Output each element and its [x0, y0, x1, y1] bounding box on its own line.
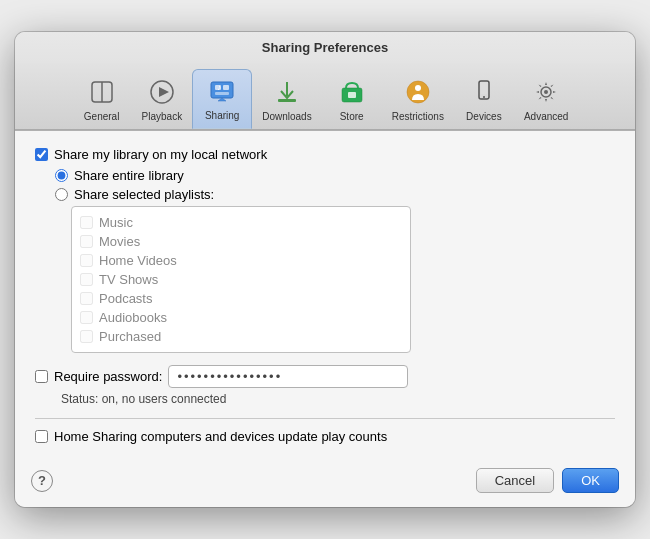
playlist-purchased-label: Purchased: [99, 329, 161, 344]
share-selected-row: Share selected playlists:: [55, 187, 615, 202]
home-sharing-checkbox[interactable]: [35, 430, 48, 443]
svg-rect-7: [215, 92, 229, 95]
password-row: Require password:: [35, 365, 615, 388]
home-sharing-row: Home Sharing computers and devices updat…: [35, 429, 615, 444]
playlist-homevideos-label: Home Videos: [99, 253, 177, 268]
svg-marker-3: [159, 87, 169, 97]
help-button[interactable]: ?: [31, 470, 53, 492]
toolbar-item-store[interactable]: Store: [322, 71, 382, 129]
toolbar-item-devices[interactable]: Devices: [454, 71, 514, 129]
button-group: Cancel OK: [476, 468, 619, 493]
playlist-audiobooks-checkbox[interactable]: [80, 311, 93, 324]
toolbar-label-restrictions: Restrictions: [392, 111, 444, 122]
toolbar-item-restrictions[interactable]: Restrictions: [382, 71, 454, 129]
svg-point-17: [483, 96, 485, 98]
divider: [35, 418, 615, 419]
playlist-podcasts-checkbox[interactable]: [80, 292, 93, 305]
svg-rect-4: [211, 82, 233, 98]
playlist-tvshows-label: TV Shows: [99, 272, 158, 287]
share-entire-radio[interactable]: [55, 169, 68, 182]
svg-rect-6: [223, 85, 229, 90]
toolbar-label-downloads: Downloads: [262, 111, 311, 122]
store-icon: [336, 76, 368, 108]
toolbar-label-store: Store: [340, 111, 364, 122]
toolbar-item-downloads[interactable]: Downloads: [252, 71, 321, 129]
toolbar-label-sharing: Sharing: [205, 110, 239, 121]
home-sharing-label: Home Sharing computers and devices updat…: [54, 429, 387, 444]
sharing-icon: ♪: [206, 75, 238, 107]
devices-icon: [468, 76, 500, 108]
share-library-row: Share my library on my local network: [35, 147, 615, 162]
playlist-audiobooks-label: Audiobooks: [99, 310, 167, 325]
toolbar: General Playback: [15, 63, 635, 130]
footer: ? Cancel OK: [15, 458, 635, 507]
playlist-music-label: Music: [99, 215, 133, 230]
toolbar-label-devices: Devices: [466, 111, 502, 122]
ok-button[interactable]: OK: [562, 468, 619, 493]
general-icon: [86, 76, 118, 108]
share-entire-label: Share entire library: [74, 168, 184, 183]
svg-rect-12: [348, 92, 356, 98]
toolbar-item-playback[interactable]: Playback: [132, 71, 193, 129]
window-title: Sharing Preferences: [15, 40, 635, 63]
share-library-checkbox[interactable]: [35, 148, 48, 161]
svg-point-19: [544, 90, 548, 94]
svg-text:♪: ♪: [217, 83, 221, 92]
svg-point-14: [415, 85, 421, 91]
list-item: TV Shows: [80, 270, 402, 289]
titlebar: Sharing Preferences General: [15, 32, 635, 131]
share-selected-radio[interactable]: [55, 188, 68, 201]
list-item: Purchased: [80, 327, 402, 346]
downloads-icon: [271, 76, 303, 108]
svg-rect-16: [481, 84, 487, 94]
share-library-section: Share my library on my local network Sha…: [35, 147, 615, 406]
require-password-checkbox[interactable]: [35, 370, 48, 383]
playlist-purchased-checkbox[interactable]: [80, 330, 93, 343]
playlist-podcasts-label: Podcasts: [99, 291, 152, 306]
share-library-label: Share my library on my local network: [54, 147, 267, 162]
playlist-tvshows-checkbox[interactable]: [80, 273, 93, 286]
restrictions-icon: [402, 76, 434, 108]
playlist-box: Music Movies Home Videos TV Shows Podcas…: [71, 206, 411, 353]
toolbar-item-general[interactable]: General: [72, 71, 132, 129]
password-input[interactable]: [168, 365, 408, 388]
playlist-homevideos-checkbox[interactable]: [80, 254, 93, 267]
toolbar-item-advanced[interactable]: Advanced: [514, 71, 578, 129]
main-content: Share my library on my local network Sha…: [15, 131, 635, 458]
require-password-label: Require password:: [54, 369, 162, 384]
advanced-icon: [530, 76, 562, 108]
status-text: Status: on, no users connected: [61, 392, 615, 406]
list-item: Movies: [80, 232, 402, 251]
toolbar-item-sharing[interactable]: ♪ Sharing: [192, 69, 252, 129]
cancel-button[interactable]: Cancel: [476, 468, 554, 493]
toolbar-label-general: General: [84, 111, 120, 122]
share-selected-label: Share selected playlists:: [74, 187, 214, 202]
toolbar-label-playback: Playback: [142, 111, 183, 122]
list-item: Audiobooks: [80, 308, 402, 327]
list-item: Podcasts: [80, 289, 402, 308]
svg-rect-10: [278, 99, 296, 102]
toolbar-label-advanced: Advanced: [524, 111, 568, 122]
share-entire-row: Share entire library: [55, 168, 615, 183]
list-item: Home Videos: [80, 251, 402, 270]
list-item: Music: [80, 213, 402, 232]
playlist-movies-label: Movies: [99, 234, 140, 249]
playlist-movies-checkbox[interactable]: [80, 235, 93, 248]
playlist-music-checkbox[interactable]: [80, 216, 93, 229]
playback-icon: [146, 76, 178, 108]
window: Sharing Preferences General: [15, 32, 635, 507]
